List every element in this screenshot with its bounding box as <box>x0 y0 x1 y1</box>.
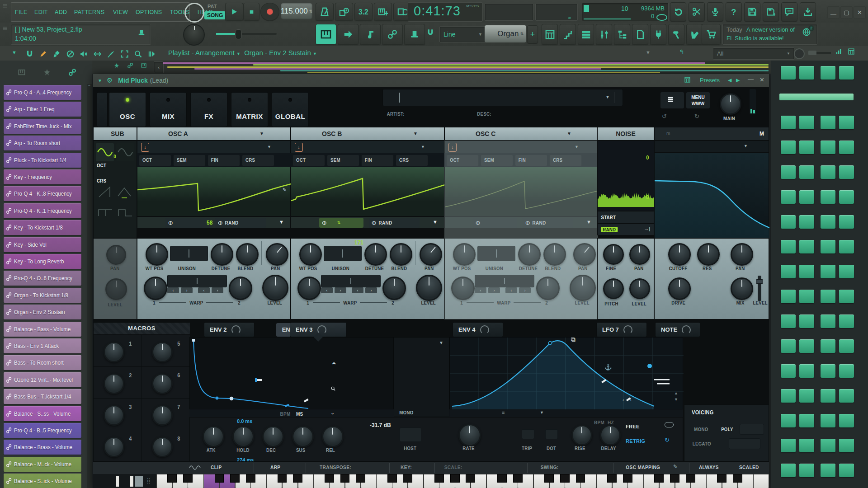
noise-rand-row[interactable]: RAND →| <box>597 224 654 235</box>
menu-view[interactable]: VIEW <box>113 9 128 15</box>
automation-clip-item[interactable]: Balance - M..ck - Volume <box>4 457 81 472</box>
wavetable-select-row[interactable]: ↓▼ <box>291 141 444 153</box>
grid-pad[interactable] <box>839 240 854 253</box>
piano-black-key[interactable] <box>403 474 412 483</box>
tune-oct[interactable]: OCT <box>292 155 325 166</box>
blend-knob[interactable] <box>236 243 259 266</box>
chat-icon[interactable] <box>781 2 797 21</box>
edit-pencil-icon[interactable]: ✎ <box>283 187 287 193</box>
saveas-icon[interactable] <box>763 2 779 21</box>
metronome-icon[interactable] <box>316 3 334 21</box>
link-button[interactable] <box>382 24 403 45</box>
env-bpm-toggle[interactable]: BPM <box>280 412 290 417</box>
trip-button[interactable] <box>522 429 534 439</box>
piano-black-key[interactable] <box>278 474 287 483</box>
always-toggle[interactable]: ALWAYS <box>699 465 719 470</box>
macro-knob-3[interactable] <box>104 405 124 426</box>
nudge-right-icon[interactable]: › <box>630 397 632 403</box>
grid-pad[interactable] <box>839 314 854 328</box>
keyboard-scroll-preview[interactable]: ⣿ <box>93 474 156 488</box>
piano-black-key[interactable] <box>607 474 617 483</box>
link-icon[interactable] <box>127 63 135 70</box>
macro-knob-8[interactable] <box>152 436 173 457</box>
warp-next2-button[interactable]: › <box>212 287 223 293</box>
unison-display[interactable] <box>170 246 208 261</box>
preset-name-field[interactable]: ▼ <box>382 89 623 106</box>
redo-icon[interactable]: ↻ <box>694 113 699 120</box>
grid-pad[interactable] <box>799 414 814 427</box>
plugin-minimize-icon[interactable]: — <box>748 76 754 83</box>
env-up-chevron[interactable]: ⌃ <box>331 361 337 370</box>
piano-black-key[interactable] <box>183 474 193 483</box>
piano-black-key[interactable] <box>325 474 334 483</box>
grid-view-icon[interactable] <box>848 48 856 56</box>
tune-crs[interactable]: CRS <box>242 155 274 166</box>
warp-display[interactable] <box>321 275 381 287</box>
playlist-clip[interactable] <box>253 64 769 66</box>
grid-pad[interactable] <box>781 414 796 427</box>
swing-label[interactable]: SWING: <box>541 465 559 470</box>
grid-pad[interactable] <box>799 439 814 452</box>
grid-pad[interactable] <box>839 290 854 303</box>
env-rel-knob[interactable] <box>322 426 344 447</box>
warp-menu-chevron[interactable]: ▼ <box>433 219 438 225</box>
automation-clip-item[interactable]: FabFilter Time..luck - Mix <box>4 119 81 134</box>
grid-pad[interactable] <box>799 190 814 204</box>
tree-window-icon[interactable] <box>614 24 630 45</box>
grid-pad[interactable] <box>839 414 854 427</box>
filter-header[interactable]: M m <box>654 127 769 141</box>
playlist-clip[interactable] <box>163 62 705 64</box>
undo-icon[interactable]: ↺ <box>662 113 667 120</box>
preset-next-icon[interactable]: ▶ <box>736 77 740 83</box>
voicing-legato[interactable]: LEGATO <box>693 441 711 446</box>
pencil-tool-icon[interactable] <box>37 48 49 59</box>
env-down-chevron[interactable]: ⌄ <box>330 410 335 416</box>
pad-selected-bar[interactable] <box>779 94 854 100</box>
piano-black-key[interactable] <box>466 474 475 483</box>
warp-display[interactable] <box>167 275 227 287</box>
plugin-menu-chevron[interactable]: ▼ <box>98 78 102 83</box>
automation-clip-item[interactable]: Key - Frequency <box>4 169 81 184</box>
warp-prev2-button[interactable]: ‹ <box>352 287 363 293</box>
mod-dropdown-chevron[interactable]: ▼ <box>439 340 443 345</box>
grid-pad[interactable] <box>799 290 814 303</box>
piano-black-key[interactable] <box>293 474 302 483</box>
automation-clip-item[interactable]: Arp - Filter 1 Freq <box>4 102 81 117</box>
zoom-knob[interactable] <box>794 48 805 59</box>
warp-next-button[interactable]: › <box>335 287 346 293</box>
pat-label[interactable]: PAT <box>208 4 217 9</box>
grid-pad[interactable] <box>821 314 835 328</box>
modulator-tab-env-4[interactable]: ENV 4 <box>453 322 503 337</box>
piano-black-key[interactable] <box>560 474 570 483</box>
piano-black-key[interactable] <box>246 474 255 483</box>
shop-cart-button[interactable] <box>702 24 721 45</box>
grid-pad[interactable] <box>781 165 796 179</box>
automation-clip-item[interactable]: Pro-Q 4 - K..1 Frequency <box>4 203 81 218</box>
grid-pad[interactable] <box>821 141 835 154</box>
playlist-clip[interactable] <box>307 72 660 73</box>
help-icon[interactable]: ? <box>726 2 742 21</box>
retrig-mode-button[interactable]: RETRIG <box>626 438 645 444</box>
preset-prev-icon[interactable]: ◀ <box>728 77 731 83</box>
filter-curve[interactable] <box>655 153 769 239</box>
automation-clip-item[interactable]: Key - To Kickstart 1/8 <box>4 220 81 235</box>
tab-global[interactable]: GLOBAL <box>272 92 309 127</box>
automation-clip-item[interactable]: Key - To Long Reverb <box>4 254 81 269</box>
warp-prev2-button[interactable]: ‹ <box>198 287 210 293</box>
phase-rand-box[interactable]: ΦRAND <box>369 218 420 228</box>
modulator-tab-lfo-7[interactable]: LFO 7 <box>596 322 647 337</box>
grid-pad[interactable] <box>799 364 814 378</box>
grid-pad[interactable] <box>839 265 854 278</box>
tab-audio-icon[interactable] <box>43 69 52 78</box>
step-down-icon[interactable]: ▼ <box>674 397 678 402</box>
grid-pad[interactable] <box>839 66 854 80</box>
grid-pad[interactable] <box>781 141 796 154</box>
sub-sine2-icon[interactable] <box>116 143 134 161</box>
grid-pad[interactable] <box>839 165 854 179</box>
arp-toggle[interactable]: ARP <box>270 465 280 470</box>
unison-display[interactable] <box>324 246 362 261</box>
piano-black-key[interactable] <box>670 474 679 483</box>
master-knob[interactable] <box>184 3 204 23</box>
automation-clip-item[interactable]: Organ - Env 2 Sustain <box>4 305 81 319</box>
automation-clip-item[interactable]: Balance - Brass - Volume <box>4 440 81 455</box>
